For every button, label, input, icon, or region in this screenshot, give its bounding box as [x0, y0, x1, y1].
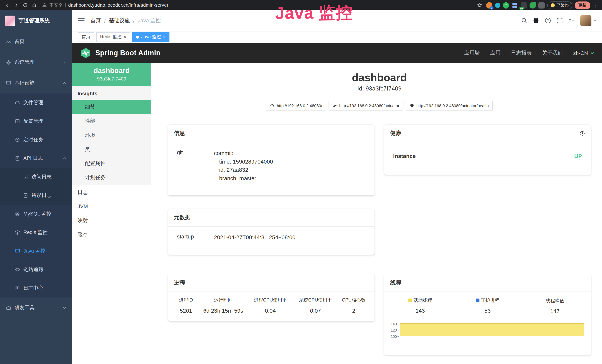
- sidebar-item-redis-monitor[interactable]: Redis 监控: [0, 223, 72, 242]
- app-logo[interactable]: 芋道管理系统: [0, 11, 72, 31]
- main-column: 首页 / 基础设施 / Java 监控 ? TT: [72, 11, 602, 364]
- home-icon[interactable]: [30, 1, 38, 9]
- sba-item-mappings[interactable]: 映射: [72, 213, 151, 227]
- sba-item-details[interactable]: 细节: [72, 100, 151, 114]
- svg-text:T: T: [572, 20, 574, 23]
- locale-select[interactable]: zh-CN: [573, 50, 594, 56]
- sidebar-item-scheduled-job[interactable]: 定时任务: [0, 130, 72, 149]
- on-badge: on: [519, 7, 524, 10]
- close-icon[interactable]: ×: [124, 35, 127, 39]
- sba-nav-journal[interactable]: 日志报表: [511, 50, 532, 56]
- app-logo-avatar: [5, 16, 15, 26]
- font-size-icon[interactable]: TT: [568, 17, 575, 24]
- github-icon[interactable]: [533, 17, 539, 24]
- sba-nav-about[interactable]: 关于我们: [542, 50, 563, 56]
- sba-nav-wallboard[interactable]: 应用墙: [464, 50, 480, 56]
- fox-extension-icon[interactable]: 1: [486, 2, 492, 8]
- sidebar-item-infra[interactable]: 基础设施: [0, 73, 72, 94]
- back-icon[interactable]: [4, 1, 11, 9]
- sidebar-item-log-center[interactable]: 日志中心: [0, 279, 72, 298]
- instance-actuator-link[interactable]: http://192.168.0.2:48080/actuator: [329, 101, 403, 110]
- sidebar-item-error-log[interactable]: 错误日志: [0, 186, 72, 205]
- tab-home[interactable]: 首页: [78, 32, 94, 42]
- wrench-icon: [333, 104, 337, 108]
- close-icon[interactable]: ×: [163, 35, 166, 39]
- instance-home-link[interactable]: http://192.168.0.2:48080/: [266, 101, 326, 110]
- page-url: dashboard.yudao.iocoder.cn/infra/admin-s…: [68, 3, 169, 8]
- sba-item-caches[interactable]: 缓存: [72, 227, 151, 241]
- infrastructure-icon: [6, 80, 11, 86]
- avatar: [580, 15, 591, 26]
- metadata-key: startup: [177, 233, 214, 247]
- chevron-down-icon: [63, 60, 66, 64]
- refresh-icon[interactable]: [22, 1, 29, 9]
- sidebar-item-mysql-monitor[interactable]: MySQL 监控: [0, 205, 72, 223]
- sidebar-item-dev-tools[interactable]: 研发工具: [0, 298, 72, 318]
- legend-daemon-threads: 守护进程 53: [454, 297, 521, 314]
- active-dot: [136, 35, 139, 38]
- sba-item-classes[interactable]: 类: [72, 142, 151, 156]
- fox-extension-badge: 1: [490, 6, 493, 10]
- update-button[interactable]: 更新: [575, 1, 590, 9]
- tab-java-monitor[interactable]: Java 监控 ×: [132, 32, 169, 42]
- search-icon[interactable]: [521, 17, 527, 24]
- switch-extension-icon[interactable]: on: [520, 2, 527, 8]
- svg-text:T: T: [569, 18, 571, 23]
- tag-tab-bar: 首页 Redis 监控 × Java 监控 ×: [72, 31, 602, 43]
- sidebar-item-home[interactable]: 首页: [0, 31, 72, 52]
- clock-icon: [15, 137, 20, 142]
- forward-icon[interactable]: [13, 1, 20, 9]
- spring-boot-admin-logo: [80, 47, 91, 59]
- help-icon[interactable]: ?: [545, 17, 551, 24]
- info-card-body: git commit: time: 1596289704000 id: 27aa…: [168, 142, 375, 195]
- history-icon[interactable]: [579, 130, 585, 136]
- hamburger-icon[interactable]: [78, 18, 85, 23]
- breadcrumb-current: Java 监控: [138, 17, 161, 24]
- leaf-extension-icon[interactable]: [529, 2, 536, 8]
- eye-icon: [15, 267, 20, 272]
- health-card: 健康 Instance UP: [384, 125, 591, 175]
- sba-item-environment[interactable]: 环境: [72, 128, 151, 142]
- database-icon: [15, 211, 20, 217]
- drop-extension-icon[interactable]: [495, 3, 500, 8]
- sba-item-jvm[interactable]: JVM: [72, 199, 151, 213]
- sidebar-item-java-monitor[interactable]: Java 监控: [0, 242, 72, 260]
- breadcrumb-separator: /: [133, 18, 135, 23]
- sba-item-scheduled-tasks[interactable]: 计划任务: [72, 170, 151, 184]
- puzzle-extension-icon[interactable]: [538, 2, 545, 8]
- sidebar-item-file-manage[interactable]: 文件管理: [0, 94, 72, 112]
- y-extension-icon[interactable]: Y: [503, 2, 509, 8]
- threads-chart-y-axis: 140 120 100: [387, 321, 399, 355]
- sba-item-logs[interactable]: 日志: [72, 185, 151, 199]
- sidebar-item-trace[interactable]: 链路追踪: [0, 260, 72, 279]
- caret-down-icon: [593, 20, 596, 21]
- sidebar-item-api-log[interactable]: API 日志: [0, 149, 72, 168]
- bookmark-star-icon[interactable]: [476, 1, 483, 9]
- grid-extension-icon[interactable]: [512, 2, 518, 8]
- sba-instance-block[interactable]: dashboard 93a3fc7f7409: [72, 63, 151, 86]
- browser-menu-icon[interactable]: ⋮: [593, 2, 598, 8]
- breadcrumb-infra[interactable]: 基础设施: [109, 17, 130, 24]
- legend-live-threads: 活动线程 143: [387, 297, 454, 314]
- sba-item-metrics[interactable]: 性能: [72, 114, 151, 128]
- info-key: git: [177, 149, 214, 188]
- chevron-up-icon: [63, 157, 66, 160]
- sba-item-config-props[interactable]: 配置属性: [72, 156, 151, 170]
- instance-health-link[interactable]: http://192.168.0.2:48080/actuator/health: [406, 101, 493, 110]
- fullscreen-icon[interactable]: [556, 17, 563, 24]
- sidebar-item-system[interactable]: 系统管理: [0, 52, 72, 73]
- tab-redis-monitor[interactable]: Redis 监控 ×: [97, 32, 130, 42]
- sba-main: dashboard Id: 93a3fc7f7409 http://192.16…: [151, 63, 602, 364]
- sidebar-item-config-manage[interactable]: 配置管理: [0, 112, 72, 130]
- health-card-header: 健康: [384, 125, 591, 142]
- admin-sidebar: 芋道管理系统 首页 系统管理 基础设施 文件管理: [0, 11, 72, 364]
- url-separator: [65, 3, 66, 7]
- metadata-card: 元数据 startup 2021-04-27T00:44:31.254+08:0…: [168, 209, 375, 255]
- breadcrumb-home[interactable]: 首页: [90, 17, 101, 24]
- paused-badge[interactable]: 已暂停: [547, 1, 572, 9]
- threads-chart-plot: [399, 321, 586, 355]
- sba-nav-applications[interactable]: 应用: [490, 50, 501, 56]
- user-menu[interactable]: [580, 15, 596, 26]
- sidebar-item-access-log[interactable]: 访问日志: [0, 168, 72, 186]
- address-bar[interactable]: 不安全 dashboard.yudao.iocoder.cn/infra/adm…: [42, 2, 169, 8]
